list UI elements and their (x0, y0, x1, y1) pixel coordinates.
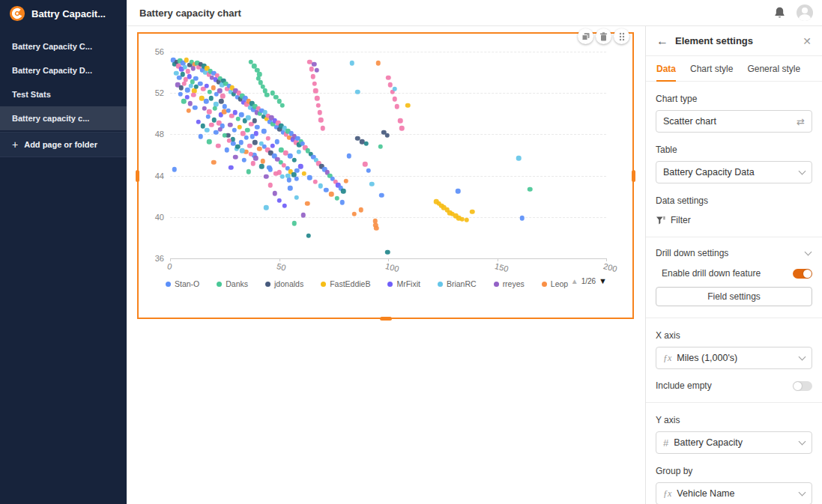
scatter-point[interactable] (350, 61, 355, 66)
scatter-point[interactable] (181, 99, 187, 104)
scatter-point[interactable] (264, 205, 269, 210)
scatter-point[interactable] (316, 103, 321, 109)
scatter-point[interactable] (206, 115, 211, 120)
scatter-point[interactable] (292, 158, 297, 163)
legend-item[interactable]: jdonalds (265, 279, 303, 288)
scatter-point[interactable] (272, 191, 277, 196)
scatter-point[interactable] (288, 154, 293, 159)
scatter-point[interactable] (309, 67, 314, 72)
drill-down-toggle[interactable] (793, 269, 812, 279)
legend-item[interactable]: rreyes (494, 279, 525, 288)
scatter-point[interactable] (186, 69, 191, 74)
scatter-point[interactable] (226, 108, 232, 113)
scatter-point[interactable] (320, 126, 325, 131)
user-avatar[interactable] (797, 4, 813, 21)
scatter-point[interactable] (376, 61, 381, 66)
scatter-point[interactable] (212, 118, 217, 123)
include-empty-toggle[interactable] (793, 381, 812, 391)
scatter-point[interactable] (394, 104, 399, 109)
scatter-point[interactable] (184, 58, 190, 63)
scatter-point[interactable] (346, 154, 351, 159)
scatter-point[interactable] (224, 148, 229, 153)
sidebar-item[interactable]: Battery Capacity D... (0, 58, 127, 82)
scatter-point[interactable] (366, 168, 372, 173)
scatter-point[interactable] (248, 151, 253, 157)
scatter-point[interactable] (528, 186, 533, 192)
sidebar-item[interactable]: Battery capacity c... (0, 106, 127, 130)
scatter-point[interactable] (470, 210, 475, 215)
legend-item[interactable]: FastEddieB (321, 279, 370, 288)
scatter-point[interactable] (285, 173, 291, 178)
scatter-point[interactable] (254, 131, 259, 136)
scatter-point[interactable] (465, 218, 470, 223)
scatter-point[interactable] (305, 201, 310, 207)
scatter-point[interactable] (245, 128, 250, 133)
scatter-point[interactable] (306, 233, 312, 238)
legend-item[interactable]: Danks (217, 279, 248, 288)
scatter-point[interactable] (379, 193, 384, 198)
scatter-point[interactable] (292, 221, 297, 226)
filter-button[interactable]: Filter (656, 215, 812, 225)
scatter-point[interactable] (363, 162, 368, 167)
scatter-point[interactable] (352, 211, 357, 216)
scatter-point[interactable] (232, 128, 238, 133)
scatter-point[interactable] (334, 196, 339, 201)
scatter-point[interactable] (242, 158, 247, 163)
scatter-point[interactable] (207, 109, 212, 115)
scatter-point[interactable] (268, 167, 274, 172)
table-select[interactable]: Battery Capacity Data (656, 161, 812, 183)
scatter-point[interactable] (314, 68, 319, 73)
scatter-point[interactable] (247, 169, 252, 174)
scatter-point[interactable] (385, 249, 390, 255)
scatter-point[interactable] (246, 115, 251, 121)
scatter-point[interactable] (355, 90, 360, 95)
scatter-point[interactable] (274, 139, 279, 145)
scatter-point[interactable] (217, 88, 223, 94)
add-page-button[interactable]: + Add page or folder (0, 132, 127, 157)
field-settings-button[interactable]: Field settings (656, 287, 812, 306)
sidebar-item[interactable]: Test Stats (0, 82, 127, 106)
scatter-point[interactable] (378, 145, 384, 150)
scatter-point[interactable] (369, 181, 375, 186)
scatter-point[interactable] (250, 161, 256, 166)
scatter-point[interactable] (208, 96, 214, 101)
scatter-point[interactable] (198, 82, 203, 87)
scatter-point[interactable] (255, 124, 260, 130)
drag-handle-button[interactable] (614, 28, 629, 44)
notifications-bell-icon[interactable] (773, 6, 786, 19)
scatter-point[interactable] (205, 128, 210, 133)
scatter-point[interactable] (364, 142, 369, 147)
scatter-point[interactable] (329, 192, 334, 197)
scatter-point[interactable] (405, 103, 411, 109)
scatter-point[interactable] (276, 170, 282, 175)
scatter-point[interactable] (188, 101, 193, 106)
legend-item[interactable]: Leop (542, 279, 568, 288)
scatter-point[interactable] (300, 213, 306, 218)
scatter-point[interactable] (312, 82, 317, 87)
scatter-point[interactable] (317, 110, 322, 115)
scatter-point[interactable] (244, 135, 250, 140)
scatter-point[interactable] (209, 123, 214, 128)
scatter-point[interactable] (182, 82, 187, 87)
scatter-point[interactable] (229, 165, 234, 170)
scatter-point[interactable] (228, 123, 233, 128)
scatter-point[interactable] (216, 143, 221, 148)
scatter-point[interactable] (312, 180, 318, 185)
scatter-point[interactable] (520, 216, 525, 221)
tab-data[interactable]: Data (656, 56, 676, 81)
scatter-point[interactable] (268, 183, 274, 188)
scatter-point[interactable] (198, 134, 203, 139)
scatter-point[interactable] (340, 200, 345, 205)
scatter-point[interactable] (240, 148, 245, 154)
scatter-point[interactable] (235, 145, 241, 150)
x-axis-select[interactable]: ƒx Miles (1,000's) (656, 347, 812, 369)
legend-page-up-icon[interactable]: ▲ (571, 277, 578, 285)
scatter-point[interactable] (386, 75, 391, 80)
scatter-point[interactable] (296, 150, 301, 155)
scatter-point[interactable] (318, 183, 324, 189)
scatter-point[interactable] (181, 72, 186, 77)
drill-down-section-header[interactable]: Drill down settings (656, 248, 812, 258)
scatter-point[interactable] (178, 85, 184, 91)
scatter-point[interactable] (294, 195, 300, 200)
tab-general-style[interactable]: General style (747, 56, 800, 81)
